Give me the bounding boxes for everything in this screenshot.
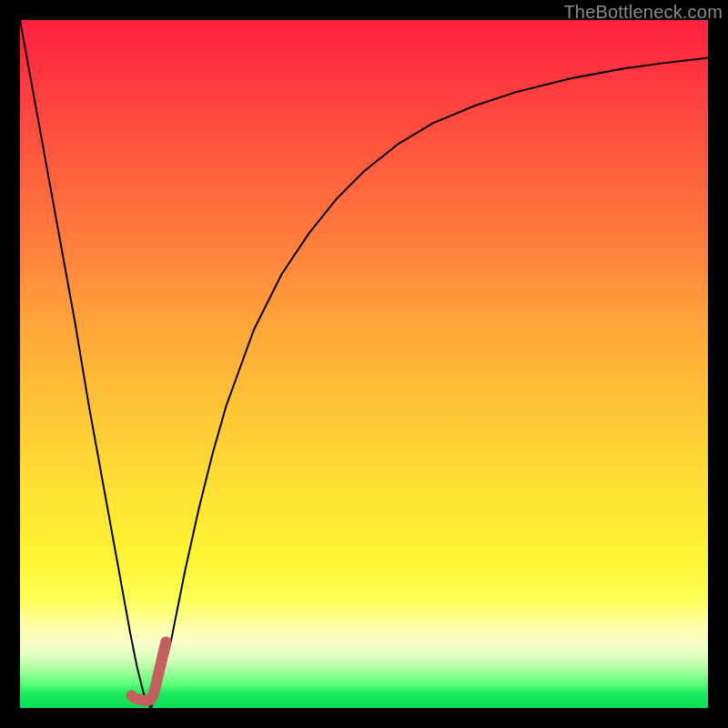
primary-curve [20,20,708,708]
highlight-segment [131,642,166,700]
chart-svg [20,20,708,708]
chart-frame: TheBottleneck.com [0,0,728,728]
chart-plot-area [20,20,708,708]
watermark-text: TheBottleneck.com [563,2,723,23]
